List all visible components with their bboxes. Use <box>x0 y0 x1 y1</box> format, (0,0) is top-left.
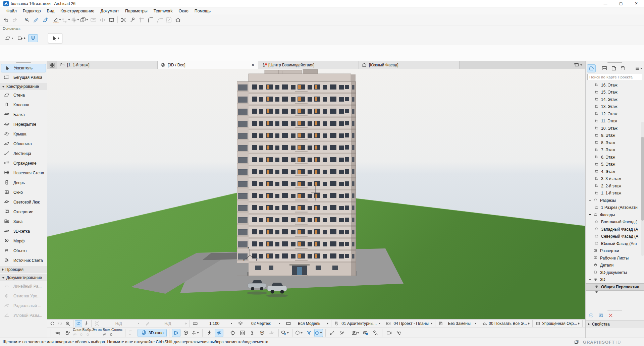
tree-item-5[interactable]: 12. Этаж <box>586 110 644 118</box>
toolbox-item-mesh[interactable]: 3D-сетка <box>0 226 47 236</box>
menu-item-7[interactable]: Teamwork <box>151 8 176 14</box>
tab-1[interactable]: [1. 1-й этаж] <box>57 61 158 69</box>
layer-eye-swap-button[interactable] <box>53 329 62 337</box>
tree-item-29[interactable]: Общая Перспектив <box>586 283 644 291</box>
quick-option-qfit[interactable]: Н/Д <box>93 320 140 328</box>
transform-button[interactable] <box>107 15 116 24</box>
3d-cutaway-button[interactable] <box>258 329 266 337</box>
ruler12-button[interactable] <box>89 15 98 24</box>
navigator-bottom-drag-handle[interactable] <box>586 309 644 311</box>
quick-option-showel[interactable]: 00 Показать Все Э... <box>481 320 531 328</box>
filter-elements-button[interactable] <box>281 329 290 337</box>
tab-3[interactable]: [Центр Взаимодействия] <box>258 61 359 69</box>
layers-sel-lock-button[interactable] <box>79 332 84 338</box>
menu-item-6[interactable]: Параметры <box>122 8 151 14</box>
trace-button[interactable] <box>80 15 89 24</box>
orbit-mode-button[interactable] <box>215 329 223 337</box>
tab-list-caret-icon[interactable] <box>580 64 582 66</box>
toolbox-item-opening[interactable]: Отверстие <box>0 207 47 217</box>
tab-2[interactable]: [3D / Все]✕ <box>158 61 258 69</box>
tree-item-26[interactable]: Детали <box>586 262 644 269</box>
toolbox-item-railing[interactable]: Ограждение <box>0 158 47 168</box>
tree-item-22[interactable]: Северный Фасад (А <box>586 233 644 240</box>
publisher-button[interactable] <box>619 64 628 72</box>
quick-option-envcube[interactable]: Упрощенная Окр... <box>534 320 581 328</box>
tab-4[interactable]: [Южный Фасад] <box>359 61 460 69</box>
chevron-down-icon[interactable] <box>588 279 592 280</box>
toolbox-item-zone[interactable]: Зона <box>0 217 47 226</box>
stretchx-button[interactable] <box>98 15 107 24</box>
tree-item-13[interactable]: 4. Этаж <box>586 168 644 175</box>
navigator-drag-handle[interactable] <box>586 61 644 64</box>
tree-item-7[interactable]: 10. Этаж <box>586 125 644 132</box>
project-map-search-input[interactable] <box>587 74 642 80</box>
toolbox-item-object[interactable]: Объект <box>0 246 47 255</box>
delete-view-button[interactable] <box>608 312 613 320</box>
project-map-button[interactable] <box>587 64 596 72</box>
axonometry-button[interactable] <box>181 329 190 337</box>
home-button[interactable] <box>173 15 182 24</box>
menu-item-1[interactable]: Файл <box>3 8 20 14</box>
view-map-button[interactable] <box>600 64 609 72</box>
tree-item-25[interactable]: Рабочие Листы <box>586 254 644 262</box>
chevron-down-icon[interactable] <box>588 200 592 201</box>
quick-option-film[interactable]: Вся Модель <box>284 320 330 328</box>
photo-render-button[interactable] <box>352 329 360 337</box>
toolbox-item-window[interactable]: Окно <box>0 187 47 197</box>
tree-item-24[interactable]: Развертки <box>586 247 644 255</box>
chevron-down-icon[interactable] <box>588 214 592 216</box>
toolbox-item-light[interactable]: Источник Света <box>0 255 47 265</box>
toolbox-item-dimang[interactable]: Угловой Разм... <box>0 310 47 320</box>
syringe-button[interactable] <box>41 15 50 24</box>
tree-item-21[interactable]: Западный Фасад (А <box>586 226 644 233</box>
toolbox-item-morph[interactable]: Морф <box>0 236 47 246</box>
tree-item-28[interactable]: 3D <box>586 276 644 284</box>
navigator-menu-button[interactable] <box>634 64 643 72</box>
curve-button[interactable] <box>155 15 164 24</box>
tree-item-partial[interactable] <box>586 291 644 293</box>
tree-item-19[interactable]: Фасады <box>586 211 644 219</box>
marquee-poly-button[interactable] <box>3 34 14 42</box>
tree-item-12[interactable]: 5. Этаж <box>586 161 644 168</box>
magnet-snap-button[interactable] <box>28 34 38 42</box>
toolbox-drag-handle[interactable] <box>0 61 47 64</box>
toolbox-item-roof[interactable]: Крыша <box>0 129 47 139</box>
menu-item-2[interactable]: Редактор <box>20 8 44 14</box>
viewport-3d[interactable]: zxy <box>47 69 585 319</box>
tree-item-1[interactable]: 16. Этаж <box>586 81 644 89</box>
render-settings-button[interactable] <box>361 329 370 337</box>
tree-item-6[interactable]: 11. Этаж <box>586 118 644 125</box>
render-preview-button[interactable] <box>394 329 403 337</box>
sync-sheets-icon[interactable] <box>573 339 580 345</box>
marquee-rect-button[interactable] <box>16 34 27 42</box>
quick-option-scaleruler[interactable]: 1:100 <box>191 320 233 328</box>
toolbox-item-dimrad[interactable]: Радиальный ... <box>0 301 47 310</box>
navigator-scrollbar[interactable] <box>641 122 644 256</box>
fly-through-button[interactable] <box>385 329 393 337</box>
guides-button[interactable] <box>53 15 62 24</box>
walk-mode-button[interactable] <box>205 329 214 337</box>
graphisoft-brand[interactable]: GRAPHISOFTID <box>583 340 621 345</box>
layers-sel-unlock-button[interactable] <box>86 332 90 338</box>
adjust-button[interactable] <box>128 15 137 24</box>
arrow-tool-button[interactable] <box>48 33 62 43</box>
toolbox-item-door[interactable]: Дверь <box>0 178 47 187</box>
toolbox-item-wall[interactable]: Стена <box>0 90 47 100</box>
forward-button[interactable] <box>56 320 64 327</box>
tree-item-20[interactable]: Восточный Фасад ( <box>586 219 644 226</box>
layer-lock-swap-button[interactable] <box>63 329 72 337</box>
sun-study-button[interactable] <box>371 329 380 337</box>
menu-item-9[interactable]: Помощь <box>192 8 214 14</box>
orbit-button[interactable] <box>75 320 83 327</box>
tree-item-11[interactable]: 6. Этаж <box>586 154 644 161</box>
tree-item-17[interactable]: Разрезы <box>586 197 644 204</box>
toolbox-section-1[interactable]: Конструирование <box>0 83 47 90</box>
view-settings-button[interactable] <box>598 312 604 320</box>
quick-option-mvo[interactable]: 04 Проект - Планы <box>384 320 434 328</box>
toolbox-item-slab[interactable]: Перекрытие <box>0 119 47 129</box>
maximize-button[interactable]: ▢ <box>613 0 629 7</box>
quick-option-layers[interactable]: 02 Чертеж <box>236 320 281 328</box>
toolbox-item-pointer[interactable]: Указатель <box>1 64 46 72</box>
tree-item-15[interactable]: 2. 2-й этаж <box>586 182 644 190</box>
tree-item-27[interactable]: 3D-документы <box>586 269 644 276</box>
